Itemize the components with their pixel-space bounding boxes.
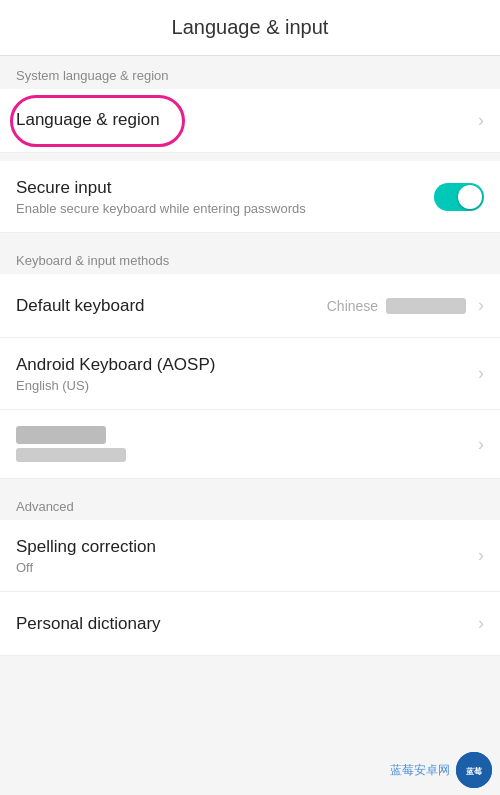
- personal-dictionary-chevron: ›: [478, 613, 484, 634]
- language-region-title: Language & region: [16, 109, 470, 131]
- android-keyboard-subtitle: English (US): [16, 378, 470, 393]
- svg-text:蓝莓: 蓝莓: [466, 767, 483, 776]
- personal-dictionary-item[interactable]: Personal dictionary ›: [0, 592, 500, 656]
- separator-2: [0, 233, 500, 241]
- toggle-knob: [458, 185, 482, 209]
- spelling-correction-chevron: ›: [478, 545, 484, 566]
- spelling-correction-subtitle: Off: [16, 560, 470, 575]
- separator-1: [0, 153, 500, 161]
- blurred-item-content: [16, 426, 470, 462]
- secure-input-content: Secure input Enable secure keyboard whil…: [16, 177, 434, 216]
- default-keyboard-content: Default keyboard: [16, 295, 327, 317]
- secure-input-title: Secure input: [16, 177, 434, 199]
- default-keyboard-chevron: ›: [478, 295, 484, 316]
- secure-input-subtitle: Enable secure keyboard while entering pa…: [16, 201, 434, 216]
- spelling-correction-content: Spelling correction Off: [16, 536, 470, 575]
- watermark: 蓝莓安卓网 蓝莓: [340, 745, 500, 795]
- language-region-item[interactable]: Language & region ›: [0, 89, 500, 153]
- section-label-keyboard: Keyboard & input methods: [0, 241, 500, 274]
- watermark-text: 蓝莓安卓网: [390, 762, 450, 779]
- language-region-content: Language & region: [16, 109, 470, 131]
- section-label-advanced: Advanced: [0, 487, 500, 520]
- header-title: Language & input: [172, 16, 329, 39]
- language-region-chevron: ›: [478, 110, 484, 131]
- separator-3: [0, 479, 500, 487]
- blurred-item-chevron: ›: [478, 434, 484, 455]
- android-keyboard-chevron: ›: [478, 363, 484, 384]
- header: Language & input: [0, 0, 500, 56]
- android-keyboard-title: Android Keyboard (AOSP): [16, 354, 470, 376]
- android-keyboard-item[interactable]: Android Keyboard (AOSP) English (US) ›: [0, 338, 500, 410]
- watermark-logo: 蓝莓: [456, 752, 492, 788]
- default-keyboard-item[interactable]: Default keyboard Chinese ›: [0, 274, 500, 338]
- personal-dictionary-title: Personal dictionary: [16, 613, 470, 635]
- default-keyboard-value: Chinese: [327, 298, 466, 314]
- personal-dictionary-content: Personal dictionary: [16, 613, 470, 635]
- secure-input-item[interactable]: Secure input Enable secure keyboard whil…: [0, 161, 500, 233]
- default-keyboard-title: Default keyboard: [16, 295, 327, 317]
- blurred-item[interactable]: ›: [0, 410, 500, 479]
- spelling-correction-title: Spelling correction: [16, 536, 470, 558]
- android-keyboard-content: Android Keyboard (AOSP) English (US): [16, 354, 470, 393]
- secure-input-toggle-container: [434, 183, 484, 211]
- section-label-system-language: System language & region: [0, 56, 500, 89]
- secure-input-toggle[interactable]: [434, 183, 484, 211]
- spelling-correction-item[interactable]: Spelling correction Off ›: [0, 520, 500, 592]
